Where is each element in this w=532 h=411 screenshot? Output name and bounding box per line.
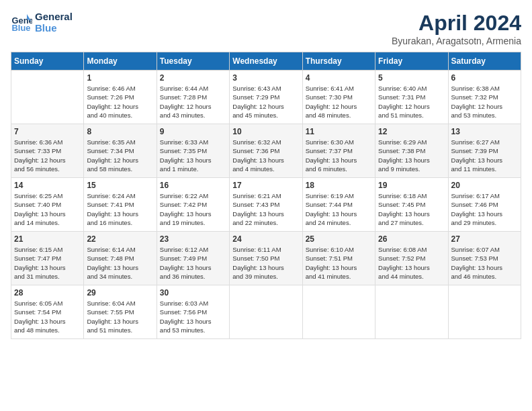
day-number: 4 [306, 73, 372, 83]
day-info: Sunrise: 6:25 AM Sunset: 7:40 PM Dayligh… [14, 191, 81, 227]
weekday-header-row: SundayMondayTuesdayWednesdayThursdayFrid… [11, 52, 521, 71]
day-cell [230, 285, 302, 339]
day-number: 18 [306, 181, 372, 190]
day-number: 25 [306, 234, 372, 244]
day-info: Sunrise: 6:17 AM Sunset: 7:46 PM Dayligh… [451, 191, 518, 227]
day-info: Sunrise: 6:41 AM Sunset: 7:30 PM Dayligh… [306, 84, 372, 120]
day-cell: 12Sunrise: 6:29 AM Sunset: 7:38 PM Dayli… [375, 124, 448, 178]
weekday-header-tuesday: Tuesday [157, 52, 229, 71]
page-header: General Blue General Blue April 2024 Byu… [11, 11, 521, 46]
day-info: Sunrise: 6:07 AM Sunset: 7:53 PM Dayligh… [451, 245, 518, 281]
logo-icon: General Blue [11, 11, 32, 33]
logo-blue: Blue [35, 22, 73, 34]
day-number: 22 [87, 234, 153, 244]
day-number: 2 [160, 73, 226, 83]
day-info: Sunrise: 6:15 AM Sunset: 7:47 PM Dayligh… [14, 245, 81, 281]
day-info: Sunrise: 6:04 AM Sunset: 7:55 PM Dayligh… [87, 299, 153, 334]
day-info: Sunrise: 6:18 AM Sunset: 7:45 PM Dayligh… [378, 191, 445, 227]
title-block: April 2024 Byurakan, Aragatsotn, Armenia [392, 11, 521, 46]
day-cell: 22Sunrise: 6:14 AM Sunset: 7:48 PM Dayli… [84, 232, 157, 285]
day-number: 5 [378, 73, 445, 83]
day-number: 9 [160, 127, 226, 136]
location-subtitle: Byurakan, Aragatsotn, Armenia [392, 36, 521, 46]
day-number: 13 [451, 127, 518, 136]
day-info: Sunrise: 6:27 AM Sunset: 7:39 PM Dayligh… [451, 138, 518, 173]
day-cell: 17Sunrise: 6:21 AM Sunset: 7:43 PM Dayli… [230, 178, 302, 232]
day-cell: 23Sunrise: 6:12 AM Sunset: 7:49 PM Dayli… [157, 232, 229, 285]
day-cell: 19Sunrise: 6:18 AM Sunset: 7:45 PM Dayli… [375, 178, 448, 232]
day-number: 6 [451, 73, 518, 83]
day-info: Sunrise: 6:12 AM Sunset: 7:49 PM Dayligh… [160, 245, 226, 281]
day-number: 17 [232, 181, 299, 190]
logo: General Blue General Blue [11, 11, 73, 34]
day-cell [375, 285, 448, 339]
day-info: Sunrise: 6:36 AM Sunset: 7:33 PM Dayligh… [14, 138, 81, 173]
day-number: 1 [87, 73, 153, 83]
svg-text:Blue: Blue [12, 23, 31, 33]
day-cell: 29Sunrise: 6:04 AM Sunset: 7:55 PM Dayli… [84, 285, 157, 339]
day-cell: 8Sunrise: 6:35 AM Sunset: 7:34 PM Daylig… [84, 124, 157, 178]
day-cell: 18Sunrise: 6:19 AM Sunset: 7:44 PM Dayli… [302, 178, 375, 232]
day-cell: 13Sunrise: 6:27 AM Sunset: 7:39 PM Dayli… [448, 124, 521, 178]
day-number: 10 [232, 127, 299, 136]
day-number: 7 [14, 127, 81, 136]
week-row-2: 7Sunrise: 6:36 AM Sunset: 7:33 PM Daylig… [11, 124, 521, 178]
day-cell: 9Sunrise: 6:33 AM Sunset: 7:35 PM Daylig… [157, 124, 229, 178]
day-info: Sunrise: 6:05 AM Sunset: 7:54 PM Dayligh… [14, 299, 81, 334]
day-cell: 14Sunrise: 6:25 AM Sunset: 7:40 PM Dayli… [11, 178, 84, 232]
day-info: Sunrise: 6:40 AM Sunset: 7:31 PM Dayligh… [378, 84, 445, 120]
day-cell: 10Sunrise: 6:32 AM Sunset: 7:36 PM Dayli… [230, 124, 302, 178]
month-title: April 2024 [392, 11, 521, 36]
day-cell: 28Sunrise: 6:05 AM Sunset: 7:54 PM Dayli… [11, 285, 84, 339]
day-number: 28 [14, 288, 81, 298]
day-cell: 25Sunrise: 6:10 AM Sunset: 7:51 PM Dayli… [302, 232, 375, 285]
day-cell: 16Sunrise: 6:22 AM Sunset: 7:42 PM Dayli… [157, 178, 229, 232]
week-row-4: 21Sunrise: 6:15 AM Sunset: 7:47 PM Dayli… [11, 232, 521, 285]
day-cell: 1Sunrise: 6:46 AM Sunset: 7:26 PM Daylig… [84, 71, 157, 124]
day-number: 26 [378, 234, 445, 244]
day-number: 15 [87, 181, 153, 190]
day-number: 30 [160, 288, 226, 298]
day-info: Sunrise: 6:46 AM Sunset: 7:26 PM Dayligh… [87, 84, 153, 120]
day-info: Sunrise: 6:24 AM Sunset: 7:41 PM Dayligh… [87, 191, 153, 227]
weekday-header-monday: Monday [84, 52, 157, 71]
day-cell: 21Sunrise: 6:15 AM Sunset: 7:47 PM Dayli… [11, 232, 84, 285]
day-cell [448, 285, 521, 339]
day-cell: 6Sunrise: 6:38 AM Sunset: 7:32 PM Daylig… [448, 71, 521, 124]
day-number: 3 [232, 73, 299, 83]
day-cell: 11Sunrise: 6:30 AM Sunset: 7:37 PM Dayli… [302, 124, 375, 178]
day-info: Sunrise: 6:30 AM Sunset: 7:37 PM Dayligh… [306, 138, 372, 173]
day-number: 24 [232, 234, 299, 244]
day-number: 27 [451, 234, 518, 244]
day-cell: 27Sunrise: 6:07 AM Sunset: 7:53 PM Dayli… [448, 232, 521, 285]
day-info: Sunrise: 6:11 AM Sunset: 7:50 PM Dayligh… [232, 245, 299, 281]
day-number: 8 [87, 127, 153, 136]
day-cell: 15Sunrise: 6:24 AM Sunset: 7:41 PM Dayli… [84, 178, 157, 232]
day-number: 14 [14, 181, 81, 190]
day-info: Sunrise: 6:43 AM Sunset: 7:29 PM Dayligh… [232, 84, 299, 120]
day-cell: 20Sunrise: 6:17 AM Sunset: 7:46 PM Dayli… [448, 178, 521, 232]
day-info: Sunrise: 6:22 AM Sunset: 7:42 PM Dayligh… [160, 191, 226, 227]
weekday-header-friday: Friday [375, 52, 448, 71]
calendar-body: 1Sunrise: 6:46 AM Sunset: 7:26 PM Daylig… [11, 71, 521, 339]
day-info: Sunrise: 6:29 AM Sunset: 7:38 PM Dayligh… [378, 138, 445, 173]
day-number: 12 [378, 127, 445, 136]
day-cell: 7Sunrise: 6:36 AM Sunset: 7:33 PM Daylig… [11, 124, 84, 178]
week-row-1: 1Sunrise: 6:46 AM Sunset: 7:26 PM Daylig… [11, 71, 521, 124]
day-number: 20 [451, 181, 518, 190]
day-info: Sunrise: 6:19 AM Sunset: 7:44 PM Dayligh… [306, 191, 372, 227]
day-number: 16 [160, 181, 226, 190]
day-cell: 2Sunrise: 6:44 AM Sunset: 7:28 PM Daylig… [157, 71, 229, 124]
day-info: Sunrise: 6:03 AM Sunset: 7:56 PM Dayligh… [160, 299, 226, 334]
logo-general: General [35, 11, 73, 22]
week-row-5: 28Sunrise: 6:05 AM Sunset: 7:54 PM Dayli… [11, 285, 521, 339]
day-number: 11 [306, 127, 372, 136]
day-info: Sunrise: 6:21 AM Sunset: 7:43 PM Dayligh… [232, 191, 299, 227]
weekday-header-sunday: Sunday [11, 52, 84, 71]
day-number: 23 [160, 234, 226, 244]
day-cell: 4Sunrise: 6:41 AM Sunset: 7:30 PM Daylig… [302, 71, 375, 124]
day-number: 19 [378, 181, 445, 190]
day-cell: 24Sunrise: 6:11 AM Sunset: 7:50 PM Dayli… [230, 232, 302, 285]
day-number: 21 [14, 234, 81, 244]
day-info: Sunrise: 6:44 AM Sunset: 7:28 PM Dayligh… [160, 84, 226, 120]
